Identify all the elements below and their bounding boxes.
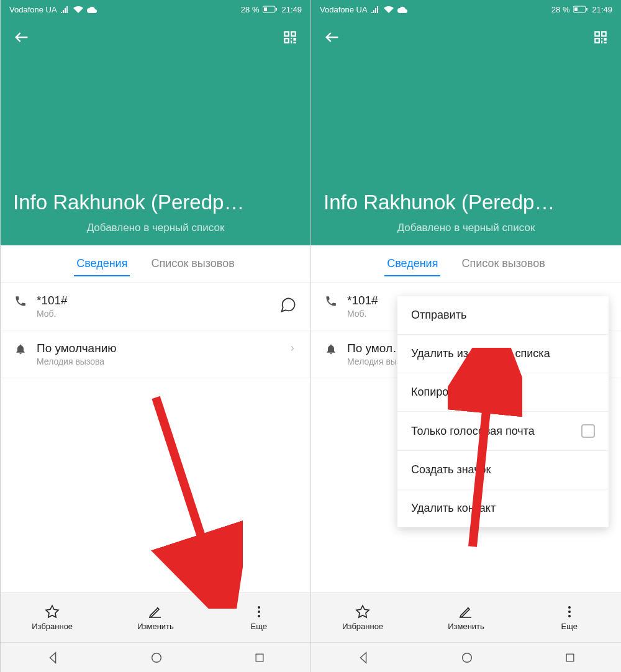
contact-name: Info Rakhunok (Peredp… xyxy=(324,191,609,214)
tab-details[interactable]: Сведения xyxy=(384,247,440,280)
svg-point-15 xyxy=(462,653,471,662)
more-button[interactable]: Еще xyxy=(207,604,310,631)
battery-pct: 28 % xyxy=(241,5,260,14)
contact-subtitle: Добавлено в черный список xyxy=(311,222,621,234)
signal-icon xyxy=(61,6,70,13)
menu-voicemail-only[interactable]: Только голосовая почта xyxy=(397,412,609,451)
message-icon[interactable] xyxy=(279,296,297,314)
tab-call-log[interactable]: Список вызовов xyxy=(148,247,237,280)
svg-point-5 xyxy=(258,615,260,617)
svg-rect-16 xyxy=(566,654,574,661)
status-bar: Vodafone UA 28 % 21:49 xyxy=(311,0,621,19)
favorite-label: Избранное xyxy=(342,622,383,631)
ringtone-title: По умолчанию xyxy=(37,342,274,355)
svg-point-4 xyxy=(258,611,260,613)
pencil-icon xyxy=(148,604,163,619)
phone-icon xyxy=(325,295,337,307)
phone-icon xyxy=(14,295,27,307)
ringtone-subtitle: Мелодия вызова xyxy=(37,356,274,366)
menu-remove-blacklist[interactable]: Удалить из черного списка xyxy=(397,335,609,373)
tab-details[interactable]: Сведения xyxy=(74,247,130,280)
contact-header: Info Rakhunok (Peredp… Добавлено в черны… xyxy=(1,19,310,245)
carrier-label: Vodafone UA xyxy=(9,5,57,14)
svg-rect-10 xyxy=(574,7,578,11)
menu-copy[interactable]: Копировать xyxy=(397,373,609,412)
nav-recent-icon[interactable] xyxy=(564,652,576,664)
phone-number: *101# xyxy=(37,294,274,307)
contact-header: Info Rakhunok (Peredp… Добавлено в черны… xyxy=(311,19,621,245)
nav-recent-icon[interactable] xyxy=(253,652,266,664)
svg-rect-7 xyxy=(256,654,263,661)
svg-point-3 xyxy=(258,606,260,609)
more-label: Еще xyxy=(251,622,267,631)
bell-icon xyxy=(325,343,337,355)
edit-label: Изменить xyxy=(137,622,174,631)
more-button[interactable]: Еще xyxy=(518,604,621,631)
phone-left: Vodafone UA 28 % 21:49 Info Rakhunok (Pe… xyxy=(0,0,310,672)
star-icon xyxy=(45,604,60,619)
contact-name: Info Rakhunok (Peredp… xyxy=(13,191,298,214)
tabs: Сведения Список вызовов xyxy=(311,245,621,283)
carrier-label: Vodafone UA xyxy=(320,5,368,14)
svg-rect-11 xyxy=(586,8,587,11)
menu-delete-contact[interactable]: Удалить контакт xyxy=(397,489,609,527)
phone-right: Vodafone UA 28 % 21:49 Info Rakhunok (Pe… xyxy=(310,0,621,672)
svg-rect-1 xyxy=(264,7,267,11)
cloud-icon xyxy=(397,6,407,13)
favorite-button[interactable]: Избранное xyxy=(1,604,104,631)
tabs: Сведения Список вызовов xyxy=(1,245,310,283)
more-menu: Отправить Удалить из черного списка Копи… xyxy=(397,296,609,527)
system-nav xyxy=(311,642,621,672)
voicemail-checkbox[interactable] xyxy=(581,424,595,438)
nav-back-icon[interactable] xyxy=(46,651,60,665)
contact-subtitle: Добавлено в черный список xyxy=(1,222,310,234)
edit-button[interactable]: Изменить xyxy=(104,604,207,631)
ringtone-row[interactable]: По умолчанию Мелодия вызова xyxy=(1,330,310,378)
system-nav xyxy=(1,642,310,672)
cloud-icon xyxy=(87,6,97,13)
action-bar: Избранное Изменить Еще xyxy=(1,593,310,642)
more-vert-icon xyxy=(562,604,577,619)
menu-send[interactable]: Отправить xyxy=(397,296,609,335)
signal-icon xyxy=(371,6,380,13)
back-icon[interactable] xyxy=(324,29,341,46)
qr-icon[interactable] xyxy=(282,29,298,45)
back-icon[interactable] xyxy=(13,29,30,46)
svg-point-14 xyxy=(568,615,571,617)
bell-icon xyxy=(14,343,27,355)
time-label: 21:49 xyxy=(592,5,612,14)
phone-type: Моб. xyxy=(37,309,274,319)
svg-point-6 xyxy=(152,653,161,662)
chevron-right-icon xyxy=(288,344,297,353)
pencil-icon xyxy=(458,604,473,619)
status-bar: Vodafone UA 28 % 21:49 xyxy=(1,0,310,19)
tab-call-log[interactable]: Список вызовов xyxy=(459,247,547,280)
action-bar: Избранное Изменить Еще xyxy=(311,593,621,642)
battery-icon xyxy=(263,6,278,13)
wifi-icon xyxy=(73,6,83,13)
nav-back-icon[interactable] xyxy=(356,651,370,665)
phone-number-row[interactable]: *101# Моб. xyxy=(1,283,310,330)
wifi-icon xyxy=(384,6,394,13)
favorite-button[interactable]: Избранное xyxy=(311,604,414,631)
edit-button[interactable]: Изменить xyxy=(414,604,517,631)
star-icon xyxy=(355,604,370,619)
menu-create-shortcut[interactable]: Создать значок xyxy=(397,451,609,489)
details-list: *101# Моб. По умол… Мелодия вызова Отпра… xyxy=(311,283,621,593)
favorite-label: Избранное xyxy=(32,622,73,631)
nav-home-icon[interactable] xyxy=(460,651,474,665)
battery-icon xyxy=(573,6,588,13)
qr-icon[interactable] xyxy=(592,29,609,45)
more-vert-icon xyxy=(252,604,266,619)
svg-point-13 xyxy=(568,611,571,613)
time-label: 21:49 xyxy=(281,5,302,14)
svg-point-12 xyxy=(568,606,571,609)
edit-label: Изменить xyxy=(448,622,484,631)
details-list: *101# Моб. По умолчанию Мелодия вызова xyxy=(1,283,310,593)
battery-pct: 28 % xyxy=(551,5,570,14)
svg-rect-2 xyxy=(276,8,277,11)
nav-home-icon[interactable] xyxy=(150,651,163,665)
more-label: Еще xyxy=(561,622,578,631)
